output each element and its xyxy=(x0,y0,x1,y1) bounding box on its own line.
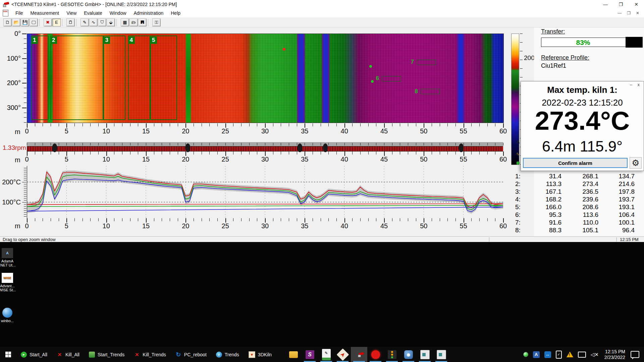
taskbar-shortcut-kill-all[interactable]: ×Kill_All xyxy=(52,347,84,362)
zone-id: 6: xyxy=(515,211,529,219)
axis-tick xyxy=(328,123,329,126)
taskbar-app-tmc-window-1[interactable] xyxy=(417,347,433,362)
taskbar-app-notes-app[interactable]: ✎ xyxy=(318,347,334,362)
save-image-icon[interactable]: 🖪 xyxy=(138,18,147,26)
mdi-minimize-button[interactable]: — xyxy=(615,11,624,15)
menu-item-file[interactable]: File xyxy=(12,10,27,16)
shortcut-label: Kill_All xyxy=(65,352,79,357)
tray-a-icon[interactable]: A xyxy=(533,351,540,358)
usb-eject-icon[interactable]: ✓ xyxy=(556,351,562,359)
thermal-blue-band xyxy=(297,34,305,123)
volume-muted-icon[interactable]: ◁✕ xyxy=(591,352,599,358)
edit-icon[interactable]: ✎ xyxy=(80,18,89,26)
mdi-close-button[interactable]: ✕ xyxy=(633,11,642,15)
tray-led-icon[interactable] xyxy=(523,352,528,357)
measurement-zone-4[interactable] xyxy=(128,36,150,120)
taskbar-shortcut-start-trends[interactable]: Start_Trends xyxy=(84,347,129,362)
measurement-zone-5[interactable] xyxy=(150,36,177,120)
notification-center-icon[interactable] xyxy=(631,351,639,358)
taskbar-app-kiln-app[interactable] xyxy=(351,347,367,362)
kiln-thermal-map[interactable]: 12345678 xyxy=(27,34,504,123)
grid-icon[interactable]: ▦ xyxy=(121,18,129,26)
measurement-zone-6[interactable] xyxy=(382,76,401,81)
panel-edge-icon-a[interactable]: A xyxy=(517,139,520,144)
teamviewer-icon[interactable]: ↔ xyxy=(544,351,551,358)
axis-tick xyxy=(130,152,130,155)
taskbar-shortcut-start-all[interactable]: ►Start_All xyxy=(16,347,52,362)
taskbar-app-rocket-doc[interactable]: ➤ xyxy=(334,347,351,362)
rpm-roller-marker[interactable] xyxy=(185,143,191,152)
delete-measurement-icon[interactable]: ✖ xyxy=(44,18,52,26)
rpm-label: 1.33rpm xyxy=(3,144,26,152)
confirm-alarm-button[interactable]: Confirm alarm xyxy=(523,158,628,168)
save-icon[interactable]: 💾 xyxy=(21,18,29,26)
taskbar-shortcut-kill-trends[interactable]: ×Kill_Trends xyxy=(129,347,171,362)
monitor-icon[interactable]: 🖵 xyxy=(30,18,38,26)
gear-icon[interactable]: ⚙ xyxy=(630,157,642,169)
menu-item-evaluate[interactable]: Evaluate xyxy=(80,10,106,16)
panel-edge-green-icon[interactable] xyxy=(517,162,520,165)
archive-icon[interactable]: 🗁 xyxy=(129,18,138,26)
axis-tick xyxy=(162,143,162,145)
new-document-icon[interactable]: 🗋 xyxy=(3,18,12,26)
adama-net-icon[interactable]: AAdamA.NET Ut... xyxy=(0,248,18,267)
measurement-zone-2[interactable] xyxy=(50,36,104,120)
measurement-zone-3[interactable] xyxy=(103,36,125,120)
close-button[interactable]: ✕ xyxy=(629,0,644,9)
axis-tick xyxy=(217,143,218,145)
axis-tick xyxy=(416,152,416,155)
taskbar-app-ip-cam-app[interactable]: ◉ xyxy=(400,347,417,362)
axis-tick xyxy=(455,218,456,221)
menu-item-help[interactable]: Help xyxy=(167,10,184,16)
rpm-roller-marker[interactable] xyxy=(323,143,328,152)
profile-plot xyxy=(27,166,503,218)
axis-tick xyxy=(22,83,26,83)
open-folder-icon[interactable]: 📂 xyxy=(12,18,20,26)
max-temp-alarm-popup[interactable]: – x Max temp. kiln 1: 2022-02-23 12:15:2… xyxy=(521,81,644,171)
start-button[interactable] xyxy=(0,347,16,362)
axis-tick-label: 45 xyxy=(380,127,388,135)
tray-clock[interactable]: 12:15 PM 2/23/2022 xyxy=(604,349,625,360)
taskbar-app-tmc-window-2[interactable] xyxy=(433,347,449,362)
minimize-button[interactable]: — xyxy=(598,0,613,9)
measurement-zone-1[interactable] xyxy=(31,36,49,120)
title-bar[interactable]: <TCEMNET10 Kiln#1 - GESOTEC GmbH> - [ONL… xyxy=(0,0,644,9)
measurement-zone-8[interactable] xyxy=(421,89,440,94)
axis-tick-label: 25 xyxy=(222,222,229,230)
panel-edge-flash-icon[interactable]: ϟ xyxy=(517,152,519,157)
taskbar-app-recorder[interactable] xyxy=(367,347,384,362)
rpm-roller-marker[interactable] xyxy=(52,143,57,152)
maximize-button[interactable]: ❐ xyxy=(613,0,629,9)
measurement-zone-7[interactable] xyxy=(417,60,436,65)
network-icon[interactable] xyxy=(578,352,586,358)
rpm-roller-marker[interactable] xyxy=(459,143,464,152)
temperature-profile-chart[interactable] xyxy=(27,166,503,218)
axis-tick xyxy=(24,168,26,168)
cube-icon[interactable]: ⬙ xyxy=(107,18,115,26)
rpm-roller-marker[interactable] xyxy=(298,143,303,152)
mdi-restore-button[interactable]: ❐ xyxy=(624,11,633,15)
axis-unit-label: m xyxy=(15,128,20,136)
desktop[interactable]: ✕ AAdamA.NET Ut...WISEAdvant...WISE St..… xyxy=(0,242,644,347)
trend-icon[interactable]: ∿ xyxy=(89,18,98,26)
advantech-wise-icon[interactable]: WISEAdvant...WISE St... xyxy=(0,273,18,292)
axis-tick-label: 25 xyxy=(222,127,229,135)
mdi-window-controls[interactable]: —❐✕ xyxy=(615,11,642,15)
taskbar-shortcut-pc-reboot[interactable]: ↻PC_reboot xyxy=(171,347,211,362)
e-profile-icon[interactable]: E xyxy=(52,18,61,26)
menu-item-window[interactable]: Window xyxy=(106,10,130,16)
security-warning-icon[interactable]: ! xyxy=(567,352,573,357)
evaluate-icon[interactable]: ⛉ xyxy=(98,18,106,26)
lock-icon[interactable]: ⚿ xyxy=(152,18,161,26)
winbox-icon[interactable]: winbo... xyxy=(0,308,18,323)
menu-item-administration[interactable]: Administration xyxy=(130,10,167,16)
menu-item-view[interactable]: View xyxy=(63,10,80,16)
taskbar-shortcut-trends[interactable]: eTrends xyxy=(211,347,244,362)
taskbar-app-s-app[interactable]: S xyxy=(302,347,318,362)
menu-item-measurement[interactable]: Measurement xyxy=(27,10,63,16)
taskbar-app-file-explorer[interactable] xyxy=(285,347,302,362)
report-icon[interactable]: 🗒 xyxy=(66,18,75,26)
taskbar-app-traffic-app[interactable] xyxy=(384,347,400,362)
colorbar-tick-label: 200 xyxy=(524,54,535,62)
taskbar-shortcut-3dkiln[interactable]: ▼3DKiln xyxy=(244,347,276,362)
